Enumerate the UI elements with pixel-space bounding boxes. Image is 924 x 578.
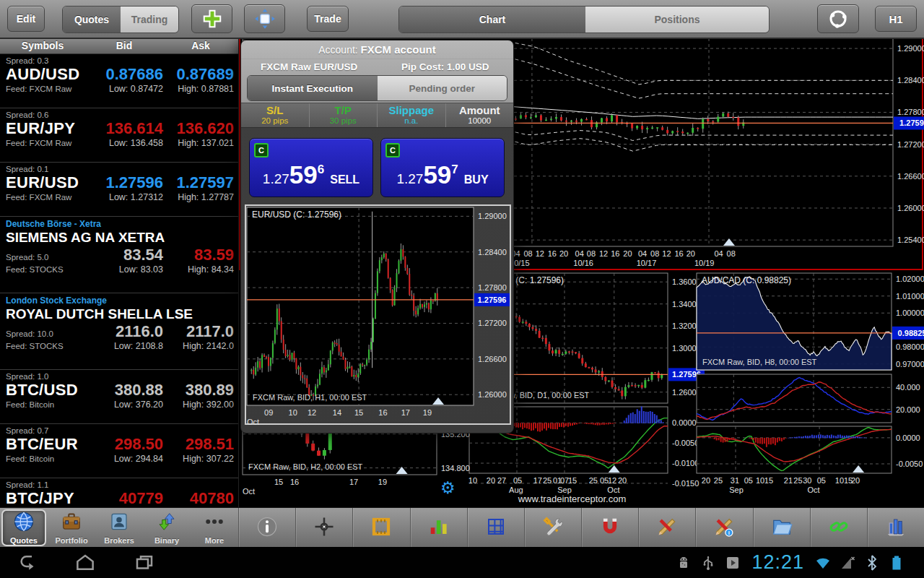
account-name: FXCM account: [361, 43, 436, 56]
watchlist-row-btc-usd[interactable]: Spread: 1.0BTC/USD 380.88 380.89Feed: Bi…: [0, 370, 238, 424]
low-value: Low: 376.20: [82, 400, 163, 410]
tab-chart[interactable]: Chart: [399, 7, 585, 33]
svg-text:17: 17: [533, 476, 542, 485]
svg-text:1.27800: 1.27800: [897, 108, 924, 116]
high-value: High: 307.22: [163, 454, 234, 464]
tab-instant-execution[interactable]: Instant Execution: [248, 76, 378, 100]
svg-text:-0.0150: -0.0150: [672, 479, 699, 488]
sell-condition-badge: C: [254, 143, 269, 158]
tool-magnet-button[interactable]: [581, 508, 638, 548]
svg-text:16: 16: [548, 249, 557, 258]
recent-apps-button[interactable]: [134, 552, 155, 574]
svg-text:EUR/USD (C: 1.27596): EUR/USD (C: 1.27596): [252, 210, 341, 220]
tab-pending-order[interactable]: Pending order: [378, 76, 507, 100]
watchlist-panel: Symbols Bid Ask Spread: 0.3AUD/USD 0.876…: [0, 38, 239, 513]
order-field-amount[interactable]: Amount 10000: [445, 103, 514, 127]
system-navigation-bar: 12:21: [0, 547, 924, 578]
field-label: Amount: [446, 104, 514, 116]
plus-icon: [201, 8, 223, 30]
svg-text:12: 12: [599, 249, 608, 258]
tool-measure-button[interactable]: [352, 508, 409, 548]
bottom-tab-brokers[interactable]: Brokers: [95, 508, 143, 548]
watchlist-row-aud-usd[interactable]: Spread: 0.3AUD/USD 0.87686 0.87689Feed: …: [0, 54, 238, 108]
sell-button[interactable]: C 1.27596SELL: [249, 138, 373, 197]
bid-price: 83.54: [82, 246, 163, 264]
draw-info-icon: i: [713, 516, 735, 540]
high-value: High: 2142.0: [163, 341, 234, 351]
sync-icon: [827, 8, 849, 30]
tab-positions[interactable]: Positions: [585, 7, 769, 33]
brokers-icon: [108, 511, 130, 535]
tool-info-button[interactable]: [238, 508, 295, 548]
link-icon: [828, 516, 850, 540]
folder-icon: [771, 516, 793, 540]
tab-trading[interactable]: Trading: [121, 7, 178, 33]
tab-label: More: [205, 536, 224, 545]
audcad-macd-panel[interactable]: 0.0000-0.005020253105101521253005101520S…: [697, 426, 923, 494]
ask-price: 1.27597: [163, 173, 234, 192]
svg-text:10: 10: [756, 476, 764, 485]
bottom-tab-more[interactable]: More: [191, 508, 238, 548]
spread-label: Spread: 1.0: [0, 370, 238, 381]
arrange-panels-button[interactable]: [244, 4, 285, 33]
wifi-icon: [814, 554, 832, 571]
tools-icon: [542, 516, 564, 540]
svg-text:10/19: 10/19: [694, 259, 715, 267]
svg-text:12: 12: [662, 249, 671, 258]
spread-label: Spread: 5.0: [6, 253, 82, 262]
svg-text:1.26000: 1.26000: [897, 204, 924, 212]
chart-settings-gear-icon[interactable]: ⚙: [440, 478, 456, 498]
audcad-indicator-panel[interactable]: 40.00020.000: [697, 374, 920, 423]
tab-quotes[interactable]: Quotes: [63, 7, 121, 33]
bottom-tab-portfolio[interactable]: Portfolio: [48, 508, 95, 548]
sync-button[interactable]: [817, 4, 859, 33]
watchlist-row-eur-usd[interactable]: Spread: 0.1EUR/USD 1.27596 1.27597Feed: …: [0, 163, 238, 217]
ask-price: 0.87689: [163, 65, 234, 84]
tool-tools-button[interactable]: [524, 508, 581, 548]
svg-text:Oct: Oct: [807, 486, 819, 494]
tool-link-button[interactable]: [810, 508, 867, 548]
tool-draw-info-button[interactable]: i: [695, 508, 752, 548]
timeframe-button[interactable]: H1: [875, 6, 917, 32]
feed-symbol-label: FXCM Raw EUR/USD: [241, 59, 378, 75]
dialog-eurusd-h1-chart[interactable]: 1.290001.284001.278001.272001.266001.260…: [245, 205, 510, 426]
bottom-tab-binary[interactable]: Binary: [143, 508, 191, 548]
svg-text:Sep: Sep: [729, 486, 744, 494]
draw-icon: [656, 516, 678, 540]
order-field-tp[interactable]: T/P 30 pips: [309, 103, 378, 127]
tool-crosshair-button[interactable]: [295, 508, 352, 548]
tool-draw-button[interactable]: [638, 508, 695, 548]
watchlist-row-eur-jpy[interactable]: Spread: 0.6EUR/JPY 136.614 136.620Feed: …: [0, 108, 238, 163]
audcad-h8-chart[interactable]: 1.020001.010001.000000.980000.970000.988…: [697, 273, 924, 370]
buy-button[interactable]: C 1.27597BUY: [380, 138, 505, 197]
tool-barchart-button[interactable]: [410, 508, 467, 548]
edit-button[interactable]: Edit: [7, 6, 45, 32]
back-button[interactable]: [17, 552, 39, 574]
watchlist-row-btc-eur[interactable]: Spread: 0.7BTC/EUR 298.50 298.51Feed: Bi…: [0, 424, 238, 478]
field-label: Slippage: [378, 104, 445, 116]
symbol-name: EUR/JPY: [6, 119, 82, 138]
svg-text:20: 20: [851, 476, 860, 485]
svg-text:i: i: [728, 530, 730, 536]
tool-folder-button[interactable]: [753, 508, 810, 548]
svg-text:1.27200: 1.27200: [897, 140, 924, 149]
bid-price: 40779: [82, 489, 163, 508]
spread-label: Spread: 1.1: [0, 478, 238, 489]
svg-text:31: 31: [731, 476, 739, 485]
bid-price: 0.87686: [82, 65, 163, 84]
home-button[interactable]: [74, 552, 96, 574]
sell-price: 1.27596SELL: [250, 160, 372, 189]
watchlist-row-royal-dutch-shella-lse[interactable]: London Stock ExchangeROYAL DUTCH SHELLA …: [0, 293, 238, 370]
svg-text:15: 15: [568, 476, 577, 485]
add-symbol-button[interactable]: [191, 4, 232, 33]
symbol-name: ROYAL DUTCH SHELLA LSE: [0, 306, 238, 322]
tool-grid-button[interactable]: [467, 508, 524, 548]
order-field-sl[interactable]: S/L 20 pips: [241, 103, 309, 127]
watchlist-row-siemens-ag-na-xetra[interactable]: Deutsche Börse - XetraSIEMENS AG NA XETR…: [0, 217, 238, 293]
trade-button[interactable]: Trade: [307, 6, 349, 32]
spread-label: Spread: 0.1: [0, 163, 238, 173]
bottom-tab-quotes[interactable]: Quotes: [1, 509, 46, 546]
order-field-slippage[interactable]: Slippage n.a.: [377, 103, 445, 127]
svg-text:Oct: Oct: [243, 487, 255, 496]
tool-levels-button[interactable]: [867, 508, 924, 548]
